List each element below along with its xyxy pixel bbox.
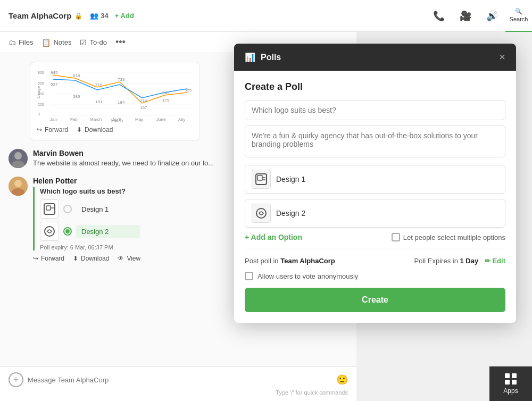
search-button[interactable]: 🔍 Search xyxy=(505,0,532,32)
modal-title: Polls xyxy=(261,53,494,62)
forward-icon: ↪ xyxy=(37,126,42,133)
multiple-options-label: Let people select multiple options xyxy=(403,233,505,241)
download-button-poll[interactable]: ⬇ Download xyxy=(73,255,109,262)
download-icon-poll: ⬇ xyxy=(73,255,78,262)
option1-icon xyxy=(252,170,271,189)
add-option-button[interactable]: + Add an Option xyxy=(245,233,302,241)
expire-info: Poll Expires in 1 Day xyxy=(414,257,480,265)
search-icon: 🔍 xyxy=(515,8,522,15)
svg-rect-39 xyxy=(46,206,51,210)
toolbar-files[interactable]: 🗂 Files xyxy=(9,38,33,47)
notes-icon: 📋 xyxy=(41,38,51,47)
chat-input-area: + 🙂 Type '/' for quick commands xyxy=(0,366,356,401)
phone-button[interactable]: 📞 xyxy=(426,0,452,32)
svg-text:March: March xyxy=(90,117,102,122)
todo-label: To-do xyxy=(89,38,107,46)
chart-svg: 800 600 400 200 0 845 xyxy=(37,69,193,122)
modal-footer-row: Post poll in Team AlphaCorp Poll Expires… xyxy=(245,249,505,265)
create-poll-button[interactable]: Create xyxy=(245,288,505,312)
option1-input-row xyxy=(245,165,505,194)
attach-button[interactable]: + xyxy=(9,372,23,387)
lock-icon: 🔒 xyxy=(74,12,82,20)
speaker-button[interactable]: 🔊 xyxy=(479,0,505,32)
chat-header: Team AlphaCorp 🔒 👥 34 + Add xyxy=(0,0,356,32)
members-info: 👥 34 xyxy=(90,12,108,20)
edit-link[interactable]: ✏ Edit xyxy=(485,257,505,265)
svg-text:0: 0 xyxy=(38,112,40,116)
svg-text:014: 014 xyxy=(140,98,147,103)
header-icons-right: 📞 🎥 🔊 🔍 Search xyxy=(356,0,532,32)
svg-text:Usage: Usage xyxy=(37,86,41,98)
svg-text:Jan: Jan xyxy=(50,117,57,122)
svg-text:Month: Month xyxy=(111,118,123,122)
svg-text:349: 349 xyxy=(162,90,170,95)
notes-label: Notes xyxy=(53,38,71,46)
marvin-avatar xyxy=(9,149,28,168)
multiple-options-checkbox[interactable] xyxy=(392,233,400,241)
emoji-button[interactable]: 🙂 xyxy=(336,374,348,386)
message-input[interactable] xyxy=(28,376,332,384)
svg-text:181: 181 xyxy=(95,99,103,104)
toolbar-notes[interactable]: 📋 Notes xyxy=(41,38,71,47)
svg-text:627: 627 xyxy=(51,82,58,87)
multiple-options-row: Let people select multiple options xyxy=(392,233,505,241)
svg-point-41 xyxy=(45,227,54,236)
files-icon: 🗂 xyxy=(9,38,16,47)
members-icon: 👥 xyxy=(90,12,98,20)
poll-description-input[interactable] xyxy=(245,126,505,157)
poll-radio-1[interactable] xyxy=(63,205,72,213)
option2-icon xyxy=(252,204,271,223)
forward-button-poll[interactable]: ↪ Forward xyxy=(33,255,64,262)
apps-grid-icon xyxy=(505,373,517,385)
option2-input-row xyxy=(245,199,505,228)
chart-actions: ↪ Forward ⬇ Download xyxy=(37,126,193,133)
anon-label: Allow users to vote anonymously xyxy=(257,272,358,280)
video-button[interactable]: 🎥 xyxy=(452,0,479,32)
svg-text:July: July xyxy=(178,117,185,122)
svg-text:Feb: Feb xyxy=(70,117,78,122)
view-button-poll[interactable]: 👁 View xyxy=(118,255,140,262)
more-button[interactable]: ••• xyxy=(115,37,126,48)
team-name: Team AlphaCorp xyxy=(9,11,71,20)
svg-point-33 xyxy=(14,152,22,160)
svg-text:184: 184 xyxy=(118,100,125,105)
polls-icon: 📊 xyxy=(245,52,255,62)
anon-checkbox[interactable] xyxy=(245,272,253,280)
toolbar-todo[interactable]: ☑ To-do xyxy=(80,38,107,47)
forward-button-chart[interactable]: ↪ Forward xyxy=(37,126,68,133)
todo-icon: ☑ xyxy=(80,38,87,47)
create-poll-title: Create a Poll xyxy=(245,81,505,93)
files-label: Files xyxy=(19,38,33,46)
modal-close-button[interactable]: × xyxy=(499,51,505,63)
apps-label: Apps xyxy=(503,387,518,395)
input-hint: Type '/' for quick commands xyxy=(9,387,348,396)
option1-input[interactable] xyxy=(276,175,498,183)
svg-text:200: 200 xyxy=(38,103,44,106)
modal-body: Create a Poll xyxy=(234,71,516,323)
member-count: 34 xyxy=(101,12,108,20)
poll-radio-2[interactable] xyxy=(63,227,72,236)
helen-avatar xyxy=(9,177,28,196)
svg-text:845: 845 xyxy=(51,70,58,75)
download-button-chart[interactable]: ⬇ Download xyxy=(77,126,113,133)
svg-text:818: 818 xyxy=(73,73,80,78)
forward-icon-poll: ↪ xyxy=(33,255,38,262)
design1-logo xyxy=(40,199,59,219)
option1-label: Design 1 xyxy=(76,203,140,216)
add-members-button[interactable]: + Add xyxy=(115,12,134,20)
header-title: Team AlphaCorp 🔒 👥 34 + Add xyxy=(9,11,134,20)
post-info: Post poll in Team AlphaCorp xyxy=(245,257,335,265)
polls-modal: 📊 Polls × Create a Poll xyxy=(234,44,516,323)
svg-text:386: 386 xyxy=(73,94,80,99)
svg-text:179: 179 xyxy=(162,98,170,103)
design2-logo xyxy=(40,222,59,241)
chart-card: 800 600 400 200 0 845 xyxy=(30,62,200,140)
apps-button[interactable]: Apps xyxy=(489,366,532,401)
option2-label: Design 2 xyxy=(76,225,140,238)
search-label: Search xyxy=(510,16,528,22)
chat-input-row: + 🙂 xyxy=(9,372,348,387)
poll-question-input[interactable] xyxy=(245,100,505,120)
svg-text:157: 157 xyxy=(140,105,147,110)
download-icon: ⬇ xyxy=(77,126,82,133)
option2-input[interactable] xyxy=(276,209,498,218)
